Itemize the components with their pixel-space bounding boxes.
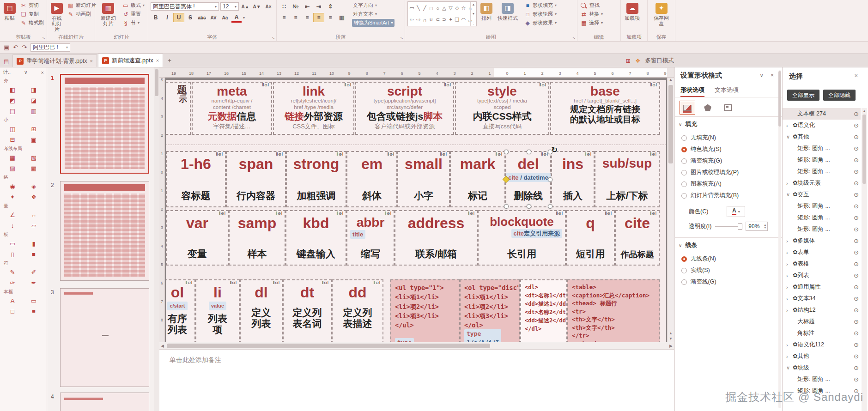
plugin-tool-button[interactable]: ✎ (2, 267, 23, 278)
shape-item[interactable]: ╲ (415, 4, 421, 13)
tag-card-span[interactable]: ⅡΘⅠ span 行内容器 (226, 151, 286, 207)
plugin-tool-button[interactable]: ▩ (23, 163, 44, 174)
selection-list-item[interactable]: › ✿块级元素 ⊙ (783, 177, 861, 189)
columns-button[interactable]: ▥ (337, 13, 347, 22)
shape-item[interactable]: ╱ (422, 4, 428, 13)
tag-card-h1-h6[interactable]: ⅡΘⅠ 1-h6 容标题 (166, 151, 226, 207)
theme-font-combo[interactable]: 阿里巴巴 !▾ (30, 43, 70, 52)
select-button[interactable]: ▦选择▾ (580, 19, 604, 27)
line-option-radio[interactable]: 无线条(N) (675, 253, 782, 265)
plugin-tool-button[interactable]: 符 (2, 260, 44, 267)
justify-button[interactable]: ≡ (314, 13, 324, 22)
selection-list-item[interactable]: ∨ ✿其他 ⊙ (783, 131, 861, 143)
plugin-tool-button[interactable]: A (2, 296, 23, 306)
tag-card-base[interactable]: ⅡΘⅠ base href / target[_blank/_self...] … (550, 82, 660, 135)
window-grid-icon[interactable]: ⊞ (626, 57, 631, 64)
expand-icon[interactable]: › (786, 273, 793, 278)
close-icon[interactable]: × (41, 70, 44, 75)
code-sample-dl[interactable]: <dl><dt>名称1</dt><dd>描述1</dd><dt>名称2</dt>… (520, 279, 567, 342)
visibility-eye-icon[interactable]: ⊙ (854, 260, 859, 267)
shrink-font-button[interactable]: A▼ (252, 2, 262, 11)
plugin-tool-button[interactable]: ◪ (23, 95, 44, 106)
tag-card-dd[interactable]: ⅡΘⅠ dd 定义列 表描述 (332, 279, 383, 342)
selection-handle[interactable] (548, 204, 552, 209)
tag-card-blockquote[interactable]: ⅡΘⅠ blockquote cite定义引用来源 长引用 (478, 210, 566, 266)
visibility-eye-icon[interactable]: ⊙ (854, 133, 859, 140)
expand-icon[interactable]: › (786, 296, 793, 302)
slider-knob[interactable] (738, 224, 742, 230)
tag-card-sub-sup[interactable]: ⅡΘⅠ sub/sup 上标/下标 (595, 151, 660, 207)
change-case-button[interactable]: Aa (220, 13, 230, 22)
font-dialog-launcher[interactable]: ↘ (271, 36, 275, 40)
plugin-tool-button[interactable]: 络 (2, 174, 44, 181)
selection-handle[interactable] (504, 150, 509, 154)
visibility-eye-icon[interactable]: ⊙ (854, 168, 859, 175)
visibility-eye-icon[interactable]: ⊙ (854, 387, 859, 394)
thumbnail-scrollbar[interactable] (154, 67, 159, 411)
grow-font-button[interactable]: A▲ (240, 2, 250, 11)
decrease-indent-button[interactable]: ⇤ (302, 2, 312, 11)
plugin-tool-button[interactable]: ◨ (23, 85, 44, 95)
plugin-tool-button[interactable]: ↕ (2, 220, 23, 231)
visibility-eye-icon[interactable]: ⊙ (854, 284, 859, 290)
clipboard-dialog-launcher[interactable]: ↘ (42, 36, 45, 40)
plugin-tool-button[interactable]: ❖ (23, 192, 44, 202)
slide-thumbnail[interactable] (60, 393, 149, 411)
plugin-tool-button[interactable]: ▥ (23, 106, 44, 116)
shape-gallery[interactable]: ▭╲╱□○△▽◇☆⌂ ⇦⇨∩∪⊂⊃✦❏◠◡ ▲ ▼ ⋮ (407, 1, 477, 26)
tag-card-ol[interactable]: ⅡΘⅠ ol e/start 有序 列表 (166, 279, 195, 342)
tag-card-var[interactable]: ⅡΘⅠ var 变量 (166, 210, 229, 266)
next-slide-button[interactable]: ▼ (668, 337, 674, 341)
tag-card-small[interactable]: ⅡΘⅠ small 小字 (397, 151, 450, 207)
tag-card-mark[interactable]: ⅡΘⅠ mark 标记 (450, 151, 505, 207)
visibility-eye-icon[interactable]: ⊙ (854, 214, 859, 221)
scroll-up-icon[interactable]: ▲ (669, 78, 673, 82)
page-icon[interactable]: ▤ (4, 58, 9, 65)
selection-list-item[interactable]: › ✿语义化 ⊙ (783, 120, 861, 131)
selection-list-item[interactable]: › ✿多媒体 ⊙ (783, 235, 861, 247)
tag-card-cite[interactable]: ⅡΘⅠ cite 作品标题 (615, 210, 660, 266)
line-section-header[interactable]: ∨ 线条 (679, 241, 697, 249)
shape-item[interactable]: ∩ (422, 15, 428, 24)
visibility-eye-icon[interactable]: ⊙ (854, 295, 859, 302)
slide-thumbnail[interactable] (60, 74, 149, 174)
tag-card-dl[interactable]: ⅡΘⅠ dl 定义 列表 (240, 279, 283, 342)
selection-list-item[interactable]: › ✿通用属性 ⊙ (783, 281, 861, 293)
tag-card-ins[interactable]: ⅡΘⅠ ins 插入 (551, 151, 595, 207)
visibility-eye-icon[interactable]: ⊙ (854, 157, 859, 163)
spinner-icons[interactable]: ▲▼ (764, 224, 766, 229)
shape-effects-button[interactable]: ◆形状效果▾ (523, 19, 558, 27)
horizontal-scrollbar[interactable]: ◀ ▶ (159, 342, 674, 349)
redo-button[interactable]: ↷ (22, 44, 27, 51)
visibility-eye-icon[interactable]: ⊙ (854, 203, 859, 210)
line-spacing-button[interactable]: ⇕ (325, 2, 335, 11)
selection-list-item[interactable]: 文本框 274 ⊙ (783, 108, 861, 120)
scrollbar-thumb[interactable] (862, 115, 866, 184)
fill-section-header[interactable]: ∨ 填充 (679, 120, 697, 128)
find-button[interactable]: 查找 (580, 1, 604, 9)
visibility-eye-icon[interactable]: ⊙ (854, 364, 859, 371)
replace-button[interactable]: ⇄替换▾ (580, 10, 604, 18)
visibility-eye-icon[interactable]: ⊙ (854, 145, 859, 152)
align-center-button[interactable]: ≡ (291, 13, 301, 22)
expand-icon[interactable]: › (786, 238, 793, 244)
plugin-tool-button[interactable]: ▤ (2, 106, 23, 116)
selection-list-item[interactable]: › ✿表单 ⊙ (783, 247, 861, 258)
tag-card-meta[interactable]: ⅡΘⅠ meta name/http-equiv / content /char… (192, 82, 272, 135)
plugin-tool-button[interactable]: ◫ (2, 124, 23, 134)
paste-button[interactable]: ▤ 粘贴 (2, 1, 17, 34)
font-size-combo[interactable]: 12▾ (220, 2, 239, 11)
shape-gallery-scroll[interactable]: ▲ ▼ ⋮ (470, 2, 476, 26)
fill-option-radio[interactable]: 无填充(N) (675, 132, 782, 144)
plugin-tool-button[interactable]: 齐 (2, 77, 44, 85)
visibility-eye-icon[interactable]: ⊙ (854, 122, 859, 129)
slide[interactable]: 题 示 ⅡΘⅠ meta name/http-equiv / content /… (166, 80, 666, 342)
selection-list-item[interactable]: › ✿文本34 ⊙ (783, 293, 861, 304)
collapse-panel-icon[interactable]: ∨ (759, 72, 764, 79)
tag-card-samp[interactable]: ⅡΘⅠ samp 样本 (229, 210, 285, 266)
fill-line-tab-icon[interactable] (680, 101, 695, 115)
plugin-tool-button[interactable]: ▦ (2, 152, 23, 163)
plugin-tool-button[interactable]: ◧ (2, 85, 23, 95)
addins-button[interactable]: ☁ 加载项 (623, 1, 641, 34)
visibility-eye-icon[interactable]: ⊙ (854, 272, 859, 279)
